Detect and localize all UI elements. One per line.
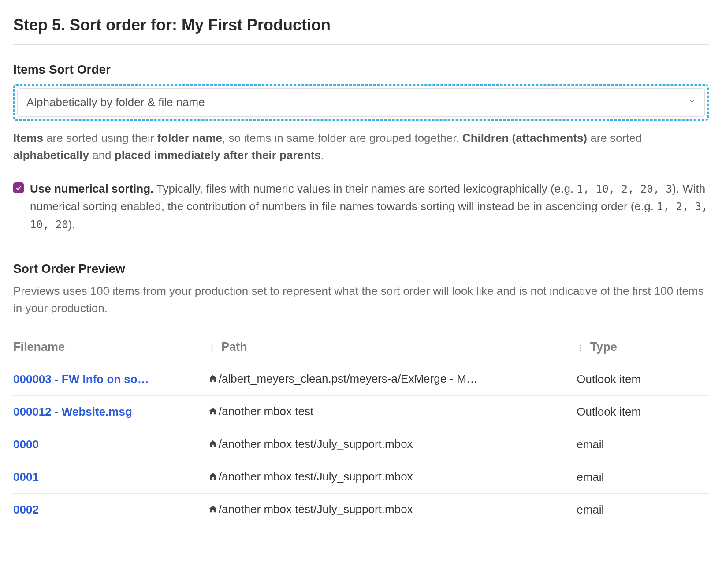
cell-path: /another mbox test/July_support.mbox <box>208 428 577 461</box>
cell-path: /albert_meyers_clean.pst/meyers-a/ExMerg… <box>208 363 577 396</box>
sort-order-highlight: Alphabetically by folder & file name <box>13 84 709 121</box>
label-code: 1, 10, 2, 20, 3 <box>577 183 672 195</box>
divider <box>13 44 709 45</box>
home-icon <box>208 404 218 421</box>
desc-bold: Children (attachments) <box>462 131 587 145</box>
label-text: ). <box>68 218 75 231</box>
sort-order-selected-value: Alphabetically by folder & file name <box>26 94 205 111</box>
cell-type: Outlook item <box>577 363 709 396</box>
column-drag-icon[interactable]: ⋮ <box>208 346 216 350</box>
cell-filename: 000003 - FW Info on so… <box>13 363 208 396</box>
desc-text: and <box>89 149 115 162</box>
path-text: /another mbox test/July_support.mbox <box>219 470 413 483</box>
preview-table: Filename ⋮ Path ⋮ Type 000003 - FW Info … <box>13 333 709 526</box>
desc-text: are sorted <box>587 131 642 145</box>
chevron-down-icon <box>689 97 696 108</box>
col-label: Type <box>590 340 617 354</box>
label-bold: Use numerical sorting. <box>30 182 153 195</box>
path-text: /another mbox test <box>219 405 313 418</box>
cell-path: /another mbox test <box>208 396 577 428</box>
cell-path: /another mbox test/July_support.mbox <box>208 461 577 494</box>
filename-link[interactable]: 0001 <box>13 470 39 484</box>
home-icon <box>208 502 218 519</box>
col-filename[interactable]: Filename <box>13 333 208 363</box>
cell-filename: 000012 - Website.msg <box>13 396 208 428</box>
preview-title: Sort Order Preview <box>13 260 709 278</box>
sort-order-description: Items are sorted using their folder name… <box>13 130 709 164</box>
preview-description: Previews uses 100 items from your produc… <box>13 283 709 317</box>
column-drag-icon[interactable]: ⋮ <box>577 346 584 350</box>
cell-type: Outlook item <box>577 396 709 428</box>
col-type[interactable]: ⋮ Type <box>577 333 709 363</box>
cell-filename: 0002 <box>13 494 208 526</box>
home-icon <box>208 371 218 388</box>
table-row: 000012 - Website.msg/another mbox testOu… <box>13 396 709 428</box>
desc-text: . <box>321 149 324 162</box>
col-label: Path <box>221 340 247 354</box>
numerical-sorting-row: Use numerical sorting. Typically, files … <box>13 180 709 233</box>
path-text: /another mbox test/July_support.mbox <box>219 437 413 450</box>
cell-filename: 0001 <box>13 461 208 494</box>
path-text: /albert_meyers_clean.pst/meyers-a/ExMerg… <box>219 372 478 385</box>
numerical-sorting-label: Use numerical sorting. Typically, files … <box>30 180 709 233</box>
table-row: 0001/another mbox test/July_support.mbox… <box>13 461 709 494</box>
desc-bold: placed immediately after their parents <box>115 149 321 162</box>
cell-type: email <box>577 494 709 526</box>
sort-order-select[interactable]: Alphabetically by folder & file name <box>17 88 705 117</box>
cell-type: email <box>577 428 709 461</box>
desc-bold: folder name <box>157 131 222 145</box>
numerical-sorting-checkbox[interactable] <box>13 182 24 193</box>
filename-link[interactable]: 000012 - Website.msg <box>13 405 132 418</box>
path-text: /another mbox test/July_support.mbox <box>219 502 413 516</box>
label-text: Typically, files with numeric values in … <box>153 182 577 195</box>
cell-filename: 0000 <box>13 428 208 461</box>
table-row: 0002/another mbox test/July_support.mbox… <box>13 494 709 526</box>
col-path[interactable]: ⋮ Path <box>208 333 577 363</box>
cell-type: email <box>577 461 709 494</box>
table-row: 000003 - FW Info on so…/albert_meyers_cl… <box>13 363 709 396</box>
filename-link[interactable]: 0000 <box>13 438 39 451</box>
filename-link[interactable]: 0002 <box>13 503 39 516</box>
desc-text: are sorted using their <box>43 131 157 145</box>
table-header-row: Filename ⋮ Path ⋮ Type <box>13 333 709 363</box>
desc-bold: Items <box>13 131 43 145</box>
page-title: Step 5. Sort order for: My First Product… <box>13 13 709 41</box>
home-icon <box>208 436 218 454</box>
home-icon <box>208 469 218 486</box>
desc-text: , so items in same folder are grouped to… <box>222 131 462 145</box>
col-label: Filename <box>13 340 65 354</box>
sort-order-label: Items Sort Order <box>13 60 709 79</box>
desc-bold: alphabetically <box>13 149 89 162</box>
cell-path: /another mbox test/July_support.mbox <box>208 494 577 526</box>
filename-link[interactable]: 000003 - FW Info on so… <box>13 372 149 386</box>
table-row: 0000/another mbox test/July_support.mbox… <box>13 428 709 461</box>
